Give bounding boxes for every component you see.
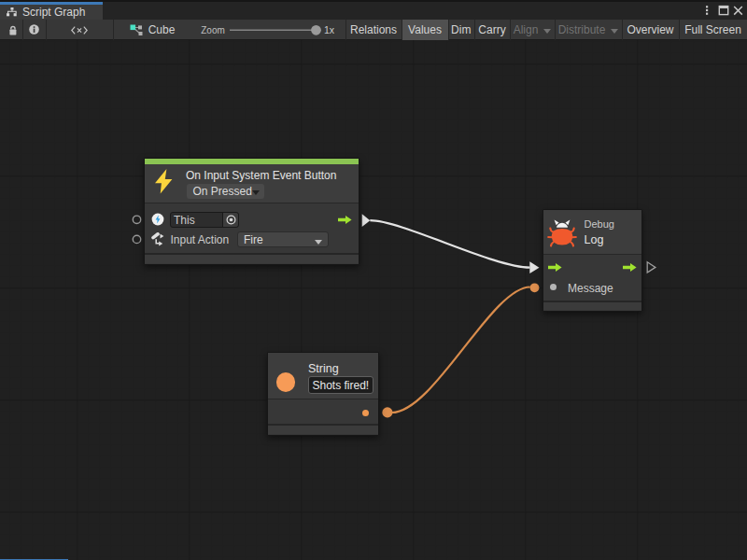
- svg-text:1x: 1x: [324, 24, 335, 35]
